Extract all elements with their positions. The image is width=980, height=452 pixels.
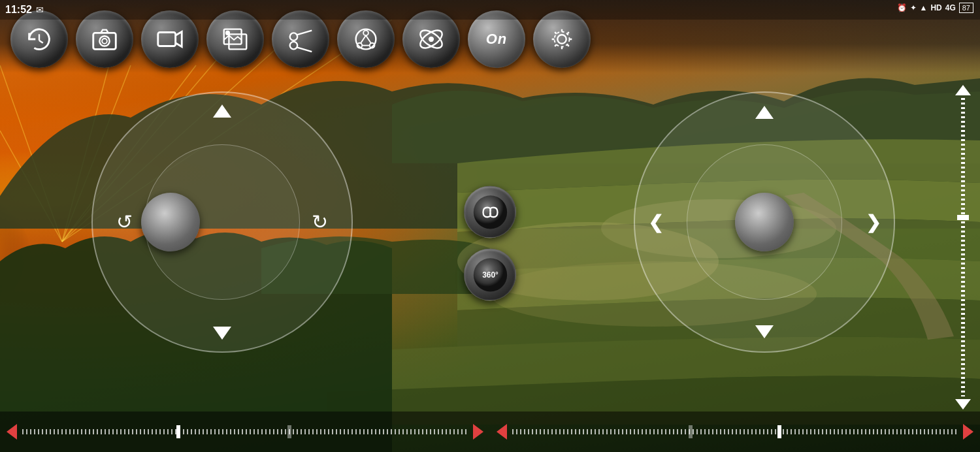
- svg-text:360°: 360°: [482, 270, 498, 280]
- on-label: On: [486, 31, 508, 48]
- left-bottom-slider-section: [7, 424, 483, 440]
- svg-line-23: [297, 31, 312, 35]
- svg-point-22: [290, 42, 298, 49]
- wifi-icon: ▲: [920, 3, 928, 12]
- status-bar: 11:52 ✉: [0, 0, 980, 20]
- right-slider-right-arrow[interactable]: [963, 424, 973, 440]
- rotate-right-icon: ↻: [312, 212, 328, 232]
- left-joystick[interactable]: ↺ ↻: [91, 91, 353, 353]
- center-buttons: 360°: [464, 186, 516, 300]
- right-slider-handle-2: [689, 425, 693, 438]
- right-slider-left-arrow[interactable]: [497, 424, 507, 440]
- left-down-arrow: [213, 327, 231, 340]
- video-icon: [155, 24, 185, 54]
- status-right: ⏰ ✦ ▲ HD 4G 87: [897, 3, 974, 13]
- svg-rect-17: [158, 32, 176, 46]
- hd-label: HD: [930, 3, 941, 12]
- orbit-s-icon: [472, 194, 508, 230]
- svg-point-36: [555, 32, 570, 47]
- right-slider-handle[interactable]: [777, 425, 781, 438]
- svg-point-15: [99, 36, 109, 46]
- left-up-arrow: [213, 105, 231, 118]
- gmail-icon: ✉: [36, 5, 44, 15]
- history-icon: [24, 24, 54, 54]
- status-time: 11:52: [5, 4, 32, 16]
- svg-point-21: [290, 33, 298, 40]
- left-slider-handle[interactable]: [176, 425, 180, 438]
- 360-icon: 360°: [472, 257, 508, 293]
- right-joystick-thumb[interactable]: [735, 193, 794, 251]
- 4g-label: 4G: [945, 3, 956, 12]
- slider-down-arrow[interactable]: [955, 399, 971, 410]
- svg-point-20: [226, 31, 229, 35]
- scissors-icon: [286, 24, 316, 54]
- settings-icon: [547, 24, 577, 54]
- svg-point-16: [102, 39, 107, 44]
- svg-point-26: [363, 31, 368, 36]
- network-icon: [351, 24, 381, 54]
- left-slider-right-arrow[interactable]: [473, 424, 483, 440]
- slider-up-arrow[interactable]: [955, 85, 971, 95]
- left-joystick-ring[interactable]: ↺ ↻: [91, 91, 353, 353]
- left-slider-left-arrow[interactable]: [7, 424, 17, 440]
- left-slider-handle-2: [287, 425, 291, 438]
- bottom-controls: [0, 412, 980, 452]
- right-joystick-ring[interactable]: ❮ ❯: [634, 91, 895, 353]
- orbit-mode-button[interactable]: [464, 186, 516, 238]
- right-up-arrow: [755, 106, 774, 119]
- svg-line-29: [361, 35, 366, 43]
- right-down-arrow: [755, 325, 774, 338]
- alarm-icon: ⏰: [897, 3, 907, 12]
- slider-handle[interactable]: [957, 215, 969, 220]
- 360-mode-button[interactable]: 360°: [464, 248, 516, 300]
- svg-point-35: [557, 35, 566, 43]
- right-joystick[interactable]: ❮ ❯: [634, 91, 895, 353]
- svg-line-24: [297, 47, 312, 52]
- svg-line-13: [39, 40, 43, 43]
- right-bottom-slider-track[interactable]: [512, 429, 958, 434]
- vertical-slider[interactable]: [954, 85, 972, 410]
- gallery-icon: [220, 24, 250, 54]
- battery-icon: 87: [959, 3, 973, 13]
- right-right-arrow: ❯: [866, 212, 881, 233]
- rotate-left-icon: ↺: [116, 212, 133, 232]
- right-bottom-slider-section: [497, 424, 973, 440]
- svg-point-34: [429, 37, 433, 41]
- right-left-arrow: ❮: [648, 212, 663, 233]
- camera-icon: [90, 24, 120, 54]
- left-bottom-slider-track[interactable]: [22, 429, 468, 434]
- svg-point-25: [356, 29, 376, 50]
- svg-line-30: [366, 35, 371, 43]
- left-joystick-thumb[interactable]: [141, 193, 200, 251]
- orbit-icon: [416, 24, 446, 54]
- bluetooth-icon: ✦: [910, 3, 917, 12]
- slider-track[interactable]: [961, 98, 965, 396]
